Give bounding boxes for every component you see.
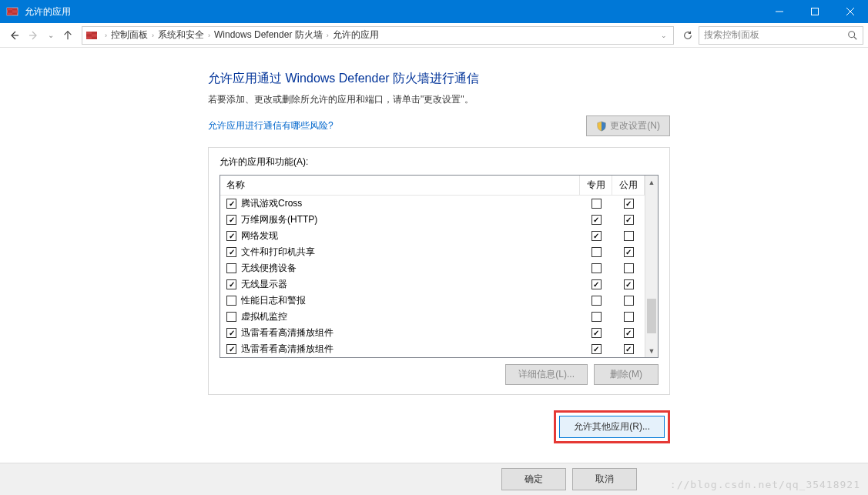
back-button[interactable] bbox=[5, 26, 23, 45]
app-name: 虚拟机监控 bbox=[241, 310, 287, 323]
breadcrumb-item[interactable]: 控制面板 bbox=[111, 28, 148, 42]
svg-rect-2 bbox=[12, 10, 18, 12]
list-item[interactable]: 无线显示器 bbox=[220, 276, 645, 293]
watermark: ://blog.csdn.net/qq_35418921 bbox=[670, 479, 860, 490]
change-settings-button: 更改设置(N) bbox=[586, 115, 670, 136]
svg-rect-13 bbox=[92, 34, 97, 36]
enable-checkbox[interactable] bbox=[226, 296, 236, 306]
list-item[interactable]: 迅雷看看高清播放组件 bbox=[220, 341, 645, 357]
window-title: 允许的应用 bbox=[25, 5, 762, 18]
list-item[interactable]: 网络发现 bbox=[220, 228, 645, 244]
breadcrumb-item[interactable]: Windows Defender 防火墙 bbox=[214, 28, 323, 42]
svg-rect-1 bbox=[7, 8, 12, 10]
allow-other-app-button[interactable]: 允许其他应用(R)... bbox=[559, 416, 665, 438]
enable-checkbox[interactable] bbox=[226, 215, 236, 225]
public-checkbox[interactable] bbox=[624, 344, 634, 354]
maximize-button[interactable] bbox=[797, 0, 833, 23]
ok-button[interactable]: 确定 bbox=[501, 468, 566, 490]
list-item[interactable]: 无线便携设备 bbox=[220, 260, 645, 276]
private-checkbox[interactable] bbox=[592, 328, 602, 338]
close-button[interactable] bbox=[833, 0, 868, 23]
enable-checkbox[interactable] bbox=[226, 199, 236, 209]
public-checkbox[interactable] bbox=[624, 263, 634, 273]
list-item[interactable]: 虚拟机监控 bbox=[220, 309, 645, 325]
list-item[interactable]: 迅雷看看高清播放组件 bbox=[220, 325, 645, 341]
private-checkbox[interactable] bbox=[592, 199, 602, 209]
public-checkbox[interactable] bbox=[624, 215, 634, 225]
content-area: 允许应用通过 Windows Defender 防火墙进行通信 若要添加、更改或… bbox=[0, 48, 868, 463]
app-name: 文件和打印机共享 bbox=[241, 246, 315, 259]
apps-listbox[interactable]: 名称 专用 公用 腾讯游戏Cross 万维网服务(HTTP) 网络发现 bbox=[220, 175, 659, 358]
scroll-down-button[interactable]: ▼ bbox=[645, 344, 658, 357]
highlight-annotation: 允许其他应用(R)... bbox=[554, 410, 670, 443]
public-checkbox[interactable] bbox=[624, 279, 634, 289]
refresh-button[interactable] bbox=[679, 30, 697, 41]
enable-checkbox[interactable] bbox=[226, 328, 236, 338]
app-name: 万维网服务(HTTP) bbox=[241, 213, 317, 226]
search-input[interactable]: 搜索控制面板 bbox=[699, 26, 863, 45]
enable-checkbox[interactable] bbox=[226, 247, 236, 257]
scrollbar[interactable]: ▲ ▼ bbox=[645, 176, 658, 357]
private-checkbox[interactable] bbox=[592, 231, 602, 241]
public-checkbox[interactable] bbox=[624, 199, 634, 209]
public-checkbox[interactable] bbox=[624, 328, 634, 338]
minimize-button[interactable] bbox=[762, 0, 797, 23]
col-private-header[interactable]: 专用 bbox=[580, 176, 612, 195]
cancel-button[interactable]: 取消 bbox=[572, 468, 637, 490]
private-checkbox[interactable] bbox=[592, 312, 602, 322]
details-button: 详细信息(L)... bbox=[505, 364, 588, 385]
enable-checkbox[interactable] bbox=[226, 263, 236, 273]
page-title: 允许应用通过 Windows Defender 防火墙进行通信 bbox=[208, 71, 670, 87]
public-checkbox[interactable] bbox=[624, 231, 634, 241]
list-item[interactable]: 万维网服务(HTTP) bbox=[220, 212, 645, 228]
enable-checkbox[interactable] bbox=[226, 344, 236, 354]
history-dropdown[interactable]: ⌄ bbox=[45, 31, 57, 39]
app-name: 网络发现 bbox=[241, 229, 278, 242]
search-icon bbox=[847, 30, 858, 41]
scroll-thumb[interactable] bbox=[647, 299, 656, 333]
app-name: 迅雷看看高清播放组件 bbox=[241, 343, 333, 356]
page-description: 若要添加、更改或删除所允许的应用和端口，请单击"更改设置"。 bbox=[208, 93, 670, 106]
forward-button[interactable] bbox=[25, 26, 43, 45]
private-checkbox[interactable] bbox=[592, 263, 602, 273]
list-item[interactable]: 性能日志和警报 bbox=[220, 293, 645, 309]
col-name-header[interactable]: 名称 bbox=[220, 176, 580, 195]
enable-checkbox[interactable] bbox=[226, 231, 236, 241]
remove-button: 删除(M) bbox=[594, 364, 659, 385]
private-checkbox[interactable] bbox=[592, 279, 602, 289]
enable-checkbox[interactable] bbox=[226, 279, 236, 289]
private-checkbox[interactable] bbox=[592, 247, 602, 257]
firewall-icon bbox=[85, 29, 98, 42]
titlebar: 允许的应用 bbox=[0, 0, 868, 23]
svg-rect-14 bbox=[86, 36, 92, 38]
up-button[interactable] bbox=[59, 26, 77, 45]
svg-rect-12 bbox=[86, 32, 92, 34]
public-checkbox[interactable] bbox=[624, 247, 634, 257]
group-title: 允许的应用和功能(A): bbox=[220, 156, 659, 169]
list-item[interactable]: 腾讯游戏Cross bbox=[220, 196, 645, 212]
navbar: ⌄ › 控制面板 › 系统和安全 › Windows Defender 防火墙 … bbox=[0, 23, 868, 48]
breadcrumb-item[interactable]: 允许的应用 bbox=[333, 28, 379, 42]
col-public-header[interactable]: 公用 bbox=[612, 176, 645, 195]
app-name: 无线便携设备 bbox=[241, 262, 297, 275]
public-checkbox[interactable] bbox=[624, 296, 634, 306]
breadcrumb[interactable]: › 控制面板 › 系统和安全 › Windows Defender 防火墙 › … bbox=[82, 26, 674, 45]
risk-link[interactable]: 允许应用进行通信有哪些风险? bbox=[208, 119, 333, 132]
breadcrumb-item[interactable]: 系统和安全 bbox=[158, 28, 204, 42]
svg-rect-5 bbox=[812, 8, 819, 15]
private-checkbox[interactable] bbox=[592, 215, 602, 225]
svg-rect-3 bbox=[7, 13, 12, 15]
allowed-apps-group: 允许的应用和功能(A): 名称 专用 公用 腾讯游戏Cross 万维网服务(HT… bbox=[208, 147, 670, 395]
svg-point-15 bbox=[849, 31, 855, 37]
list-item[interactable]: 文件和打印机共享 bbox=[220, 244, 645, 260]
app-name: 迅雷看看高清播放组件 bbox=[241, 326, 333, 339]
private-checkbox[interactable] bbox=[592, 344, 602, 354]
public-checkbox[interactable] bbox=[624, 312, 634, 322]
app-name: 无线显示器 bbox=[241, 278, 287, 291]
svg-line-16 bbox=[854, 36, 857, 39]
firewall-icon bbox=[6, 5, 18, 18]
app-name: 性能日志和警报 bbox=[241, 294, 306, 307]
scroll-up-button[interactable]: ▲ bbox=[645, 176, 658, 189]
private-checkbox[interactable] bbox=[592, 296, 602, 306]
enable-checkbox[interactable] bbox=[226, 312, 236, 322]
